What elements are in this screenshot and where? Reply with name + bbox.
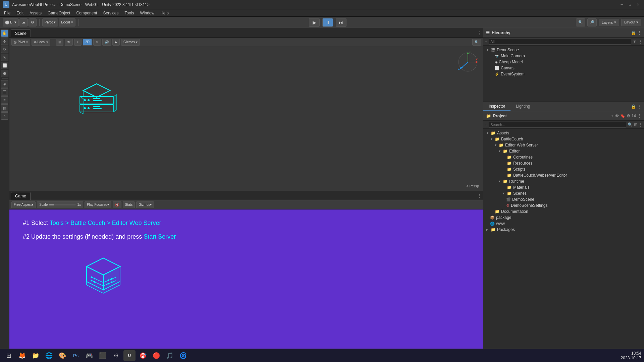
folder-runtime[interactable]: ▼ 📁 Runtime <box>485 178 643 184</box>
folder-editorwebserver[interactable]: ▼ 📁 Editor Web Server <box>485 142 643 148</box>
asset-www[interactable]: 🌐 www <box>485 221 643 227</box>
local-button[interactable]: Local ▾ <box>59 18 75 26</box>
project-add-btn[interactable]: + <box>611 114 613 118</box>
pivot-button[interactable]: Pivot ▾ <box>42 18 58 26</box>
search-button[interactable]: 🔎 <box>587 18 597 26</box>
asset-demoscene[interactable]: 🎬 DemoScene <box>485 196 643 202</box>
scene-grid-btn[interactable]: ⊞ <box>56 39 63 46</box>
scene-search-btn[interactable]: 🔍 <box>472 39 481 46</box>
tool-transform[interactable]: ⬢ <box>1 70 8 77</box>
taskbar-blender[interactable]: 🎨 <box>56 350 68 361</box>
play-button[interactable]: ▶ <box>309 18 320 27</box>
toolbar-settings-button[interactable]: ⚙ <box>29 18 37 26</box>
project-search[interactable] <box>489 122 626 128</box>
close-button[interactable]: ✕ <box>635 1 641 8</box>
game-mute-btn[interactable]: 🔇 <box>113 201 121 208</box>
taskbar-app2[interactable]: 🔴 <box>150 350 162 361</box>
tab-inspector[interactable]: Inspector <box>483 103 511 111</box>
menu-file[interactable]: File <box>1 10 13 16</box>
tab-game[interactable]: Game <box>11 192 31 200</box>
tool-custom4[interactable]: ▤ <box>1 104 8 112</box>
taskbar-unity[interactable]: U <box>123 350 136 361</box>
toolbar-cloud-button[interactable]: ☁ <box>19 18 28 26</box>
tool-rotate[interactable]: ↻ <box>1 46 8 53</box>
game-viewport[interactable]: #1 Select Tools > Battle Couch > Editor … <box>9 209 483 353</box>
scene-visibility-btn[interactable]: 👁 <box>65 39 73 46</box>
scene-local-btn[interactable]: ⊕ Local ▾ <box>32 39 50 46</box>
game-scale-btn[interactable]: Scale 1x <box>37 201 83 208</box>
project-bookmark-icon[interactable]: 🔖 <box>620 114 625 118</box>
asset-package[interactable]: 📦 package <box>485 215 643 221</box>
scene-anim-btn[interactable]: ▶ <box>112 39 120 46</box>
menu-component[interactable]: Component <box>73 10 100 16</box>
folder-documentation[interactable]: 📁 Documentation <box>485 208 643 215</box>
menu-services[interactable]: Services <box>100 10 121 16</box>
tab-scene[interactable]: Scene <box>11 29 31 37</box>
pause-button[interactable]: ⏸ <box>322 18 333 27</box>
hierarchy-lock-icon[interactable]: 🔒 <box>631 31 636 35</box>
taskbar-photoshop[interactable]: Ps <box>70 350 82 361</box>
taskbar-settings[interactable]: ⚙ <box>110 350 122 361</box>
tool-custom3[interactable]: ≡ <box>1 96 8 104</box>
folder-materials[interactable]: 📁 Materials <box>485 184 643 190</box>
project-menu-icon[interactable]: ⋮ <box>637 114 641 118</box>
layout-dropdown[interactable]: Layout ▾ <box>621 19 641 26</box>
tool-rect[interactable]: ⬜ <box>1 62 8 69</box>
scene-gizmos-btn[interactable]: Gizmos ▾ <box>121 39 140 46</box>
maximize-button[interactable]: □ <box>627 1 633 8</box>
taskbar-terminal[interactable]: ⬛ <box>97 350 109 361</box>
taskbar-vlc[interactable]: 🎵 <box>164 350 176 361</box>
taskbar-chrome[interactable]: 🌐 <box>43 350 55 361</box>
tool-scale[interactable]: ⤡ <box>1 54 8 61</box>
tool-custom1[interactable]: ◈ <box>1 80 8 87</box>
inspector-lock-icon[interactable]: 🔒 <box>631 104 636 109</box>
game-stats-btn[interactable]: Stats <box>123 201 135 208</box>
taskbar-start[interactable]: ⊞ <box>3 350 15 361</box>
folder-battlecouch[interactable]: ▼ 📁 BattleCouch <box>485 136 643 142</box>
menu-gameobject[interactable]: GameObject <box>45 10 73 16</box>
scene-2d-btn[interactable]: 2D <box>83 39 92 46</box>
window-controls[interactable]: ─ □ ✕ <box>619 1 641 8</box>
folder-packages[interactable]: ▶ 📁 Packages <box>485 227 643 233</box>
menu-help[interactable]: Help <box>158 10 171 16</box>
scene-light-btn[interactable]: ☀ <box>93 39 101 46</box>
tab-lighting[interactable]: Lighting <box>511 103 535 111</box>
project-filter-icon[interactable]: 🔍 <box>628 122 633 127</box>
inspector-menu-icon[interactable]: ⋮ <box>637 104 641 109</box>
menu-assets[interactable]: Assets <box>27 10 44 16</box>
tree-item-eventsystem[interactable]: ⚡ EventSystem <box>485 71 643 77</box>
menu-edit[interactable]: Edit <box>14 10 26 16</box>
hierarchy-sort-icon[interactable]: ⋮ <box>638 39 643 44</box>
tool-custom5[interactable]: ○ <box>1 112 8 120</box>
folder-editor[interactable]: ▼ 📁 Editor <box>485 148 643 154</box>
hierarchy-menu-icon[interactable]: ⋮ <box>637 31 641 35</box>
hierarchy-add-btn[interactable]: + <box>485 39 487 44</box>
menu-window[interactable]: Window <box>137 10 157 16</box>
layers-dropdown[interactable]: Layers ▾ <box>599 19 619 26</box>
assets-root[interactable]: ▼ 📁 Assets <box>485 130 643 136</box>
game-gizmos-btn[interactable]: Gizmos ▾ <box>136 201 154 208</box>
project-settings-icon[interactable]: ⚙ <box>627 114 630 118</box>
scene-viewport[interactable]: Y X Z < Persp <box>9 47 483 191</box>
folder-coroutines[interactable]: 📁 Coroutines <box>485 154 643 160</box>
project-view-icon[interactable]: ⊞ <box>634 122 637 127</box>
asset-demoscenesettings[interactable]: ⚙ DemoSceneSettings <box>485 202 643 208</box>
project-sort-icon[interactable]: ⋮ <box>639 122 643 127</box>
hierarchy-search[interactable] <box>489 39 631 45</box>
project-add-btn2[interactable]: + <box>485 122 487 127</box>
taskbar-firefox[interactable]: 🦊 <box>16 350 28 361</box>
step-button[interactable]: ⏭ <box>336 18 346 27</box>
search-collab-button[interactable]: 🔍 <box>576 18 585 26</box>
project-eye-icon[interactable]: 👁 <box>615 114 619 118</box>
scene-audio-btn[interactable]: 🔊 <box>102 39 111 46</box>
taskbar-app3[interactable]: 🌀 <box>177 350 189 361</box>
scene-menu-icon[interactable]: ⋮ <box>477 31 482 36</box>
toolbar-bi-button[interactable]: ⬤ Bi ▾ <box>3 18 19 26</box>
tree-item-canvas[interactable]: ⬜ Canvas <box>485 65 643 71</box>
tool-move[interactable]: ✛ <box>1 38 8 45</box>
folder-scenes[interactable]: ▼ 📁 Scenes <box>485 190 643 196</box>
scene-pivot-btn[interactable]: ◎ Pivot ▾ <box>11 39 30 46</box>
folder-webserver-editor[interactable]: 📁 BattleCouch.Webserver.Editor <box>485 172 643 178</box>
tree-item-demoscene[interactable]: ▼ 🎬 DemoScene <box>485 47 643 53</box>
menu-tools[interactable]: Tools <box>122 10 137 16</box>
